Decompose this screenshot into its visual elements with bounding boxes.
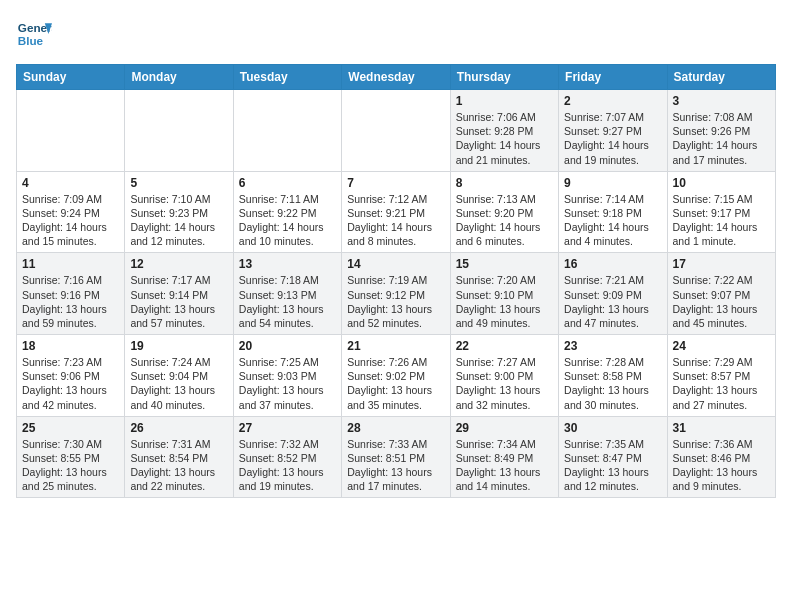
calendar-cell: 25Sunrise: 7:30 AM Sunset: 8:55 PM Dayli… (17, 416, 125, 498)
day-info: Sunrise: 7:18 AM Sunset: 9:13 PM Dayligh… (239, 273, 336, 330)
calendar-cell: 26Sunrise: 7:31 AM Sunset: 8:54 PM Dayli… (125, 416, 233, 498)
calendar-cell (233, 90, 341, 172)
day-header-thursday: Thursday (450, 65, 558, 90)
calendar-cell: 11Sunrise: 7:16 AM Sunset: 9:16 PM Dayli… (17, 253, 125, 335)
calendar-cell: 22Sunrise: 7:27 AM Sunset: 9:00 PM Dayli… (450, 335, 558, 417)
week-row-2: 4Sunrise: 7:09 AM Sunset: 9:24 PM Daylig… (17, 171, 776, 253)
calendar-cell: 6Sunrise: 7:11 AM Sunset: 9:22 PM Daylig… (233, 171, 341, 253)
week-row-5: 25Sunrise: 7:30 AM Sunset: 8:55 PM Dayli… (17, 416, 776, 498)
calendar-cell: 10Sunrise: 7:15 AM Sunset: 9:17 PM Dayli… (667, 171, 775, 253)
day-info: Sunrise: 7:06 AM Sunset: 9:28 PM Dayligh… (456, 110, 553, 167)
day-number: 24 (673, 339, 770, 353)
calendar-table: SundayMondayTuesdayWednesdayThursdayFrid… (16, 64, 776, 498)
day-number: 16 (564, 257, 661, 271)
day-number: 25 (22, 421, 119, 435)
logo-icon: General Blue (16, 16, 52, 52)
day-info: Sunrise: 7:24 AM Sunset: 9:04 PM Dayligh… (130, 355, 227, 412)
calendar-cell: 13Sunrise: 7:18 AM Sunset: 9:13 PM Dayli… (233, 253, 341, 335)
day-number: 1 (456, 94, 553, 108)
day-info: Sunrise: 7:34 AM Sunset: 8:49 PM Dayligh… (456, 437, 553, 494)
day-info: Sunrise: 7:13 AM Sunset: 9:20 PM Dayligh… (456, 192, 553, 249)
calendar-cell: 4Sunrise: 7:09 AM Sunset: 9:24 PM Daylig… (17, 171, 125, 253)
day-number: 26 (130, 421, 227, 435)
calendar-cell: 15Sunrise: 7:20 AM Sunset: 9:10 PM Dayli… (450, 253, 558, 335)
day-header-monday: Monday (125, 65, 233, 90)
day-info: Sunrise: 7:33 AM Sunset: 8:51 PM Dayligh… (347, 437, 444, 494)
day-info: Sunrise: 7:29 AM Sunset: 8:57 PM Dayligh… (673, 355, 770, 412)
day-info: Sunrise: 7:10 AM Sunset: 9:23 PM Dayligh… (130, 192, 227, 249)
calendar-cell: 14Sunrise: 7:19 AM Sunset: 9:12 PM Dayli… (342, 253, 450, 335)
calendar-cell: 31Sunrise: 7:36 AM Sunset: 8:46 PM Dayli… (667, 416, 775, 498)
week-row-3: 11Sunrise: 7:16 AM Sunset: 9:16 PM Dayli… (17, 253, 776, 335)
day-number: 20 (239, 339, 336, 353)
day-number: 15 (456, 257, 553, 271)
day-info: Sunrise: 7:11 AM Sunset: 9:22 PM Dayligh… (239, 192, 336, 249)
calendar-cell: 18Sunrise: 7:23 AM Sunset: 9:06 PM Dayli… (17, 335, 125, 417)
day-header-wednesday: Wednesday (342, 65, 450, 90)
calendar-cell: 3Sunrise: 7:08 AM Sunset: 9:26 PM Daylig… (667, 90, 775, 172)
calendar-cell: 20Sunrise: 7:25 AM Sunset: 9:03 PM Dayli… (233, 335, 341, 417)
day-header-tuesday: Tuesday (233, 65, 341, 90)
day-header-saturday: Saturday (667, 65, 775, 90)
day-info: Sunrise: 7:08 AM Sunset: 9:26 PM Dayligh… (673, 110, 770, 167)
day-info: Sunrise: 7:09 AM Sunset: 9:24 PM Dayligh… (22, 192, 119, 249)
day-number: 8 (456, 176, 553, 190)
day-info: Sunrise: 7:15 AM Sunset: 9:17 PM Dayligh… (673, 192, 770, 249)
day-info: Sunrise: 7:27 AM Sunset: 9:00 PM Dayligh… (456, 355, 553, 412)
day-number: 2 (564, 94, 661, 108)
day-info: Sunrise: 7:26 AM Sunset: 9:02 PM Dayligh… (347, 355, 444, 412)
day-info: Sunrise: 7:22 AM Sunset: 9:07 PM Dayligh… (673, 273, 770, 330)
day-info: Sunrise: 7:35 AM Sunset: 8:47 PM Dayligh… (564, 437, 661, 494)
calendar-cell: 29Sunrise: 7:34 AM Sunset: 8:49 PM Dayli… (450, 416, 558, 498)
calendar-cell (342, 90, 450, 172)
day-number: 17 (673, 257, 770, 271)
day-number: 29 (456, 421, 553, 435)
calendar-cell (125, 90, 233, 172)
calendar-cell: 19Sunrise: 7:24 AM Sunset: 9:04 PM Dayli… (125, 335, 233, 417)
day-number: 3 (673, 94, 770, 108)
day-number: 6 (239, 176, 336, 190)
day-info: Sunrise: 7:17 AM Sunset: 9:14 PM Dayligh… (130, 273, 227, 330)
calendar-cell: 9Sunrise: 7:14 AM Sunset: 9:18 PM Daylig… (559, 171, 667, 253)
calendar-cell: 1Sunrise: 7:06 AM Sunset: 9:28 PM Daylig… (450, 90, 558, 172)
day-number: 28 (347, 421, 444, 435)
page-header: General Blue (16, 16, 776, 52)
day-number: 13 (239, 257, 336, 271)
day-info: Sunrise: 7:28 AM Sunset: 8:58 PM Dayligh… (564, 355, 661, 412)
day-number: 9 (564, 176, 661, 190)
day-number: 7 (347, 176, 444, 190)
day-number: 19 (130, 339, 227, 353)
calendar-cell: 24Sunrise: 7:29 AM Sunset: 8:57 PM Dayli… (667, 335, 775, 417)
day-info: Sunrise: 7:16 AM Sunset: 9:16 PM Dayligh… (22, 273, 119, 330)
svg-text:Blue: Blue (18, 34, 44, 47)
day-info: Sunrise: 7:12 AM Sunset: 9:21 PM Dayligh… (347, 192, 444, 249)
day-info: Sunrise: 7:23 AM Sunset: 9:06 PM Dayligh… (22, 355, 119, 412)
calendar-cell: 28Sunrise: 7:33 AM Sunset: 8:51 PM Dayli… (342, 416, 450, 498)
day-info: Sunrise: 7:14 AM Sunset: 9:18 PM Dayligh… (564, 192, 661, 249)
day-info: Sunrise: 7:30 AM Sunset: 8:55 PM Dayligh… (22, 437, 119, 494)
day-number: 30 (564, 421, 661, 435)
calendar-cell (17, 90, 125, 172)
day-info: Sunrise: 7:07 AM Sunset: 9:27 PM Dayligh… (564, 110, 661, 167)
day-info: Sunrise: 7:21 AM Sunset: 9:09 PM Dayligh… (564, 273, 661, 330)
day-number: 5 (130, 176, 227, 190)
day-number: 22 (456, 339, 553, 353)
day-header-row: SundayMondayTuesdayWednesdayThursdayFrid… (17, 65, 776, 90)
day-number: 12 (130, 257, 227, 271)
calendar-cell: 7Sunrise: 7:12 AM Sunset: 9:21 PM Daylig… (342, 171, 450, 253)
calendar-cell: 12Sunrise: 7:17 AM Sunset: 9:14 PM Dayli… (125, 253, 233, 335)
calendar-cell: 21Sunrise: 7:26 AM Sunset: 9:02 PM Dayli… (342, 335, 450, 417)
day-number: 11 (22, 257, 119, 271)
day-number: 21 (347, 339, 444, 353)
calendar-cell: 2Sunrise: 7:07 AM Sunset: 9:27 PM Daylig… (559, 90, 667, 172)
day-info: Sunrise: 7:36 AM Sunset: 8:46 PM Dayligh… (673, 437, 770, 494)
day-number: 10 (673, 176, 770, 190)
week-row-1: 1Sunrise: 7:06 AM Sunset: 9:28 PM Daylig… (17, 90, 776, 172)
day-info: Sunrise: 7:19 AM Sunset: 9:12 PM Dayligh… (347, 273, 444, 330)
calendar-cell: 5Sunrise: 7:10 AM Sunset: 9:23 PM Daylig… (125, 171, 233, 253)
day-info: Sunrise: 7:31 AM Sunset: 8:54 PM Dayligh… (130, 437, 227, 494)
day-number: 27 (239, 421, 336, 435)
day-number: 23 (564, 339, 661, 353)
day-info: Sunrise: 7:32 AM Sunset: 8:52 PM Dayligh… (239, 437, 336, 494)
calendar-cell: 27Sunrise: 7:32 AM Sunset: 8:52 PM Dayli… (233, 416, 341, 498)
